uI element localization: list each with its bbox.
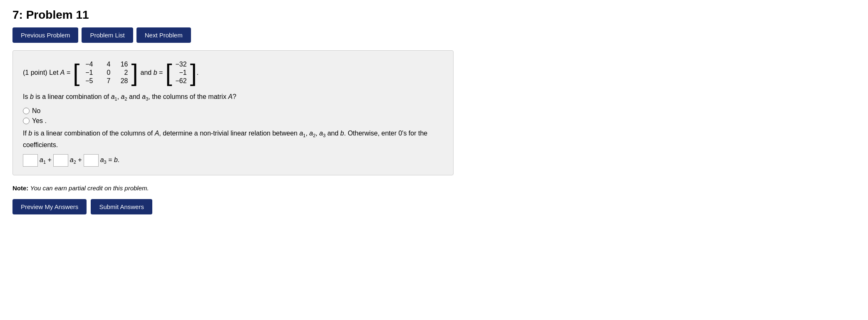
radio-no-option[interactable]: No (23, 107, 443, 115)
cell-A-0-0: −4 (83, 61, 93, 68)
linear-combo-instruction: If b is a linear combination of the colu… (23, 128, 443, 150)
cell-A-2-2: 28 (118, 77, 128, 85)
cell-A-1-0: −1 (83, 69, 93, 76)
problem-list-button[interactable]: Problem List (82, 27, 133, 43)
matrix-b: [ −32 −1 −62 ] (165, 59, 196, 86)
question-text: Is b is a linear combination of a1, a2 a… (23, 91, 443, 103)
and-b-label: and b = (141, 69, 163, 76)
page-title: 7: Problem 11 (12, 8, 856, 22)
bracket-left-b: [ (165, 61, 172, 85)
note-text: You can earn partial credit on this prob… (30, 185, 149, 192)
period: . (197, 69, 198, 76)
coeff3-input[interactable] (84, 154, 99, 167)
coeff1-input[interactable] (23, 154, 38, 167)
coeff2-input[interactable] (53, 154, 68, 167)
radio-yes-option[interactable]: Yes . (23, 117, 443, 125)
matrix-equation: (1 point) Let A = [ −4 4 16 −1 0 2 −5 7 … (23, 59, 443, 86)
cell-A-1-2: 2 (118, 69, 128, 76)
radio-no[interactable] (23, 108, 30, 114)
note-label: Note: (12, 185, 28, 192)
a1-label: a1 + (40, 156, 52, 165)
note-section: Note: You can earn partial credit on thi… (12, 185, 856, 192)
submit-answers-button[interactable]: Submit Answers (91, 199, 152, 214)
cell-A-2-0: −5 (83, 77, 93, 85)
cell-A-0-1: 4 (100, 61, 110, 68)
matrix-A-grid: −4 4 16 −1 0 2 −5 7 28 (79, 59, 131, 86)
problem-box: (1 point) Let A = [ −4 4 16 −1 0 2 −5 7 … (12, 50, 454, 175)
cell-A-0-2: 16 (118, 61, 128, 68)
matrix-b-grid: −32 −1 −62 (172, 59, 190, 86)
bracket-right-b: ] (190, 61, 197, 85)
linear-combo-row: a1 + a2 + a3 = b. (23, 154, 443, 167)
cell-b-1: −1 (176, 69, 187, 76)
bottom-buttons: Preview My Answers Submit Answers (12, 199, 856, 214)
navigation-buttons: Previous Problem Problem List Next Probl… (12, 27, 856, 43)
next-problem-button[interactable]: Next Problem (136, 27, 191, 43)
previous-problem-button[interactable]: Previous Problem (12, 27, 78, 43)
cell-A-2-1: 7 (100, 77, 110, 85)
a3-label: a3 = b. (100, 156, 120, 165)
matrix-A: [ −4 4 16 −1 0 2 −5 7 28 ] (73, 59, 138, 86)
a2-label: a2 + (70, 156, 82, 165)
cell-b-0: −32 (176, 61, 187, 68)
radio-yes[interactable] (23, 118, 30, 124)
bracket-right-A: ] (131, 61, 138, 85)
radio-yes-label: Yes . (32, 117, 47, 125)
cell-b-2: −62 (176, 77, 187, 85)
cell-A-1-1: 0 (100, 69, 110, 76)
preview-answers-button[interactable]: Preview My Answers (12, 199, 87, 214)
bracket-left-A: [ (73, 61, 79, 85)
radio-no-label: No (32, 107, 40, 115)
points-label: (1 point) Let A = (23, 69, 70, 76)
